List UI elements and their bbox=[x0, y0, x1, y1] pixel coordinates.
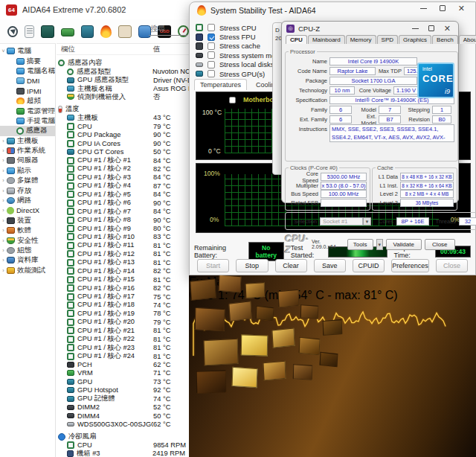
tree-chevron-icon: › bbox=[0, 168, 7, 173]
sensor-row-value: Asus ROG Max bbox=[153, 85, 189, 92]
tree-item-icon bbox=[7, 257, 15, 263]
sensor-row[interactable]: CPU Package 90 °C bbox=[57, 131, 189, 139]
socket-selection-dropdown[interactable]: Socket #1 ▼ bbox=[320, 217, 371, 226]
stress-option-label: Stress CPU bbox=[219, 24, 257, 32]
tree-item[interactable]: 超頻 bbox=[0, 96, 55, 106]
sensor-row[interactable]: CPU 79 °C bbox=[57, 122, 189, 130]
sensor-row[interactable]: CPU #1 / 核心 #24 81 °C bbox=[57, 352, 189, 360]
sensor-row[interactable]: GPU 記憶體 74 °C bbox=[57, 394, 189, 403]
tools-dropdown-arrow-icon[interactable]: ▼ bbox=[376, 239, 383, 250]
field-label: Multiplier bbox=[289, 182, 318, 189]
refresh-icon[interactable] bbox=[7, 26, 18, 37]
stress-checkbox[interactable] bbox=[208, 24, 215, 31]
sst-button[interactable]: CPUID bbox=[353, 259, 385, 272]
stress-checkbox[interactable] bbox=[208, 70, 215, 77]
tree-item[interactable]: › 軟體 bbox=[0, 226, 55, 235]
chevron-down-icon[interactable]: ▼ bbox=[363, 217, 371, 226]
cpuz-tab[interactable]: Graphics bbox=[399, 35, 431, 44]
sensor-row-icon bbox=[67, 131, 74, 138]
sensor-row[interactable]: 機箱 #3 2419 RPM bbox=[57, 450, 189, 457]
stress-checkbox[interactable] bbox=[208, 42, 215, 50]
search-input[interactable] bbox=[149, 22, 187, 36]
close-icon[interactable]: ✕ bbox=[458, 5, 465, 11]
sensor-row-label: 偵測到機箱侵入 bbox=[77, 92, 153, 102]
stress-checkbox[interactable] bbox=[208, 61, 215, 68]
tree-item[interactable]: 摘要 bbox=[0, 56, 55, 65]
maximize-icon[interactable] bbox=[440, 5, 446, 11]
tree-item[interactable]: › 資料庫 bbox=[0, 255, 55, 265]
tree-item[interactable]: › 多媒體 bbox=[0, 176, 55, 185]
cpuz-tab[interactable]: SPD bbox=[377, 35, 398, 44]
tree-item[interactable]: › 裝置 bbox=[0, 216, 55, 226]
legend-motherboard-checkbox[interactable] bbox=[229, 97, 236, 103]
tree-item[interactable]: › 效能測試 bbox=[0, 266, 55, 275]
sst-tab[interactable]: Temperatures bbox=[194, 79, 247, 90]
cpuz-window: ◎ CPU-Z ✕ CPU Mainboard Memory SPD Graph… bbox=[281, 21, 459, 203]
tree-item[interactable]: › 顯示 bbox=[0, 166, 55, 176]
tree-item-label: 手提電腦 bbox=[27, 116, 55, 126]
field-label: Specification bbox=[289, 97, 327, 103]
sensor-row-value: 81 °C bbox=[153, 250, 189, 258]
sensor-row-icon bbox=[67, 199, 74, 207]
cpuz-tab[interactable]: About bbox=[459, 35, 476, 44]
column-value[interactable]: 值 bbox=[153, 45, 161, 54]
stability-flame-icon[interactable] bbox=[100, 25, 112, 38]
cpuz-tab[interactable]: CPU bbox=[286, 35, 307, 44]
sensor-row[interactable]: WDS500G3X0C-00SJG0 62 °C bbox=[57, 420, 189, 428]
sst-window-controls: ✕ bbox=[420, 5, 465, 11]
stepping-value: 1 bbox=[432, 106, 451, 114]
validate-button[interactable]: Validate bbox=[386, 239, 422, 250]
sensor-row[interactable]: PCH 62 °C bbox=[57, 360, 189, 368]
cpuz-tab[interactable]: Memory bbox=[346, 35, 376, 44]
sst-button[interactable]: Start bbox=[197, 259, 229, 272]
sst-button[interactable]: Stop bbox=[236, 259, 268, 272]
notes-icon[interactable] bbox=[118, 25, 132, 38]
tools-button[interactable]: Tools bbox=[347, 239, 373, 250]
sst-button[interactable]: Clear bbox=[275, 259, 307, 272]
report-icon[interactable] bbox=[25, 25, 34, 38]
sensor-row-value: 92 °C bbox=[153, 386, 189, 394]
sensor-row[interactable]: 偵測到機箱侵入 否 bbox=[57, 93, 189, 101]
tree-item[interactable]: 電腦名稱 bbox=[0, 66, 55, 76]
sst-button[interactable]: Save bbox=[314, 259, 346, 272]
maximize-icon[interactable] bbox=[428, 25, 434, 31]
video-icon[interactable] bbox=[81, 25, 94, 38]
tree-item[interactable]: 感應器 bbox=[0, 126, 55, 135]
chip-icon[interactable] bbox=[41, 25, 54, 38]
cpuz-close-button[interactable]: Close bbox=[425, 239, 455, 250]
stress-checkbox[interactable] bbox=[208, 51, 215, 59]
tree-item[interactable]: › 存放 bbox=[0, 185, 55, 195]
tree-item[interactable]: › DirectX bbox=[0, 205, 55, 215]
tree-item[interactable]: › 網路 bbox=[0, 196, 55, 205]
tree-item[interactable]: IPMI bbox=[0, 86, 55, 96]
sensor-row[interactable]: 主機板 43 °C bbox=[57, 114, 189, 122]
cpuz-tab[interactable]: Bench bbox=[432, 35, 458, 44]
tree-item[interactable]: › 組態 bbox=[0, 246, 55, 255]
tree-item-icon bbox=[7, 237, 15, 244]
tree-item[interactable]: ˅ 電腦 bbox=[0, 46, 55, 56]
sensor-row[interactable]: CPU IA Cores 90 °C bbox=[57, 139, 189, 147]
minimize-icon[interactable] bbox=[412, 28, 419, 29]
tree-item[interactable]: › 安全性 bbox=[0, 235, 55, 245]
close-icon[interactable]: ✕ bbox=[444, 25, 451, 31]
column-field[interactable]: 欄位 bbox=[57, 45, 153, 54]
sensor-row[interactable]: DIMM2 52 °C bbox=[57, 403, 189, 412]
stress-checkbox[interactable] bbox=[208, 33, 215, 41]
sensor-row[interactable]: DIMM4 50 °C bbox=[57, 412, 189, 420]
tree-item[interactable]: DMI bbox=[0, 76, 55, 86]
tree-item[interactable]: › 伺服器 bbox=[0, 156, 55, 165]
tree-item[interactable]: › 作業系統 bbox=[0, 146, 55, 156]
memory-icon[interactable] bbox=[61, 28, 74, 36]
sst-button[interactable]: Preferences bbox=[391, 259, 429, 272]
tree-item[interactable]: › 主機板 bbox=[0, 136, 55, 146]
tree-item-icon bbox=[16, 58, 25, 65]
sst-button[interactable]: Close bbox=[436, 259, 468, 272]
sensor-row[interactable]: GPU 73 °C bbox=[57, 377, 189, 386]
sensor-row[interactable]: VRM 71 °C bbox=[57, 369, 189, 377]
cpuz-tab[interactable]: Mainboard bbox=[308, 35, 345, 44]
tree-item[interactable]: 電源管理 bbox=[0, 106, 55, 115]
tree-chevron-icon: › bbox=[0, 258, 7, 263]
minimize-icon[interactable] bbox=[420, 8, 427, 9]
tree-item[interactable]: 手提電腦 bbox=[0, 116, 55, 126]
tree-item-label: 組態 bbox=[17, 246, 31, 255]
